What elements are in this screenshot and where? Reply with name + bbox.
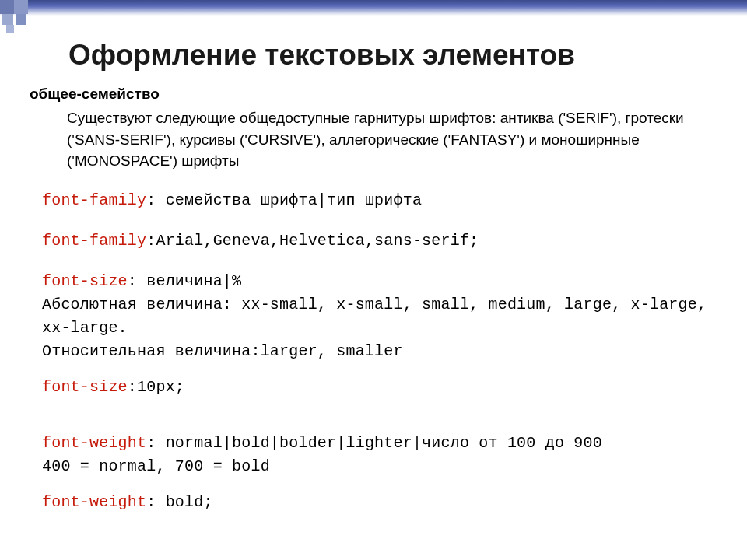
gradient-bar — [0, 0, 747, 16]
css-value: : семейства шрифта|тип шрифта — [146, 191, 422, 209]
css-value: : величина|% — [128, 272, 241, 290]
body-paragraph: Существуют следующие общедоступные гарни… — [30, 103, 717, 172]
pixel-squares-decoration — [0, 0, 47, 35]
css-value: : normal|bold|bolder|lighter|число от 10… — [146, 434, 602, 452]
slide-header-decoration — [0, 0, 747, 25]
css-property: font-weight — [42, 493, 146, 511]
css-property: font-size — [42, 272, 128, 290]
code-line: Абсолютная величина: xx-small, x-small, … — [42, 293, 717, 340]
code-font-size-example: font-size:10px; — [30, 376, 717, 399]
css-value: : bold; — [146, 493, 212, 511]
code-line: Относительная величина:larger, smaller — [42, 340, 717, 363]
code-font-family-example: font-family:Arial,Geneva,Helvetica,sans-… — [30, 229, 717, 253]
code-font-size-block: font-size: величина|% Абсолютная величин… — [30, 270, 717, 363]
code-line: 400 = normal, 700 = bold — [42, 455, 717, 478]
code-font-weight-example: font-weight: bold; — [30, 491, 717, 514]
content-area: общее-семейство Существуют следующие общ… — [0, 72, 747, 514]
code-font-weight-block: font-weight: normal|bold|bolder|lighter|… — [30, 432, 717, 478]
css-value: :Arial,Geneva,Helvetica,sans-serif; — [146, 232, 479, 250]
css-property: font-weight — [42, 434, 146, 452]
css-value: :10px; — [128, 378, 184, 396]
css-property: font-family — [42, 191, 146, 209]
page-title: Оформление текстовых элементов — [0, 39, 747, 72]
code-font-family-syntax: font-family: семейства шрифта|тип шрифта — [30, 189, 717, 212]
section-label: общее-семейство — [30, 86, 717, 103]
css-property: font-family — [42, 232, 146, 250]
css-property: font-size — [42, 378, 128, 396]
